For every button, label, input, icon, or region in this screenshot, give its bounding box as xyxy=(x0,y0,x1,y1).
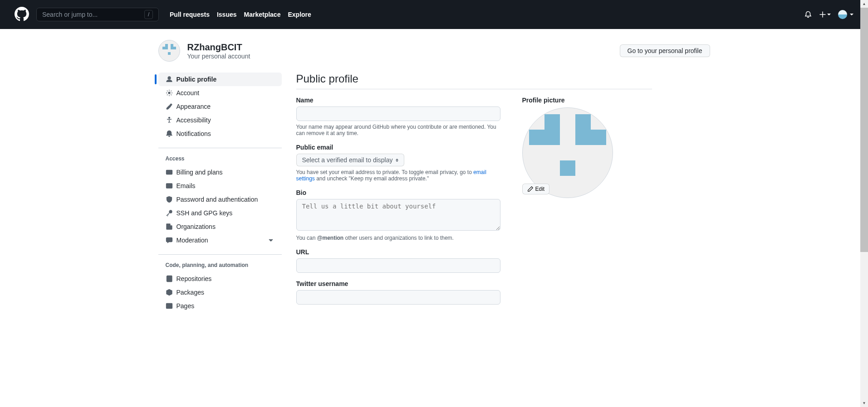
sidebar-item-label: Organizations xyxy=(177,223,216,230)
sidebar-item-emails[interactable]: Emails xyxy=(158,179,282,193)
sidebar-item-label: Account xyxy=(177,89,200,97)
sidebar-item-label: Repositories xyxy=(177,275,212,282)
svg-point-2 xyxy=(168,117,170,119)
search-input[interactable] xyxy=(42,11,144,18)
divider xyxy=(158,148,282,148)
nav-marketplace[interactable]: Marketplace xyxy=(244,11,281,18)
public-email-note: You have set your email address to priva… xyxy=(296,169,500,182)
sidebar-item-ssh-keys[interactable]: SSH and GPG keys xyxy=(158,206,282,220)
avatar-icon xyxy=(838,10,847,19)
scrollbar-up-arrow[interactable]: ▲ xyxy=(860,0,868,8)
profile-picture-label: Profile picture xyxy=(522,97,613,104)
sidebar-item-label: Packages xyxy=(177,289,204,296)
sidebar-item-public-profile[interactable]: Public profile xyxy=(158,73,282,86)
nav-explore[interactable]: Explore xyxy=(288,11,311,18)
shield-icon xyxy=(166,196,173,203)
user-avatar xyxy=(158,40,180,62)
divider xyxy=(158,254,282,255)
sidebar-item-label: Notifications xyxy=(177,130,211,137)
svg-rect-8 xyxy=(170,226,172,229)
sidebar-item-accessibility[interactable]: Accessibility xyxy=(158,113,282,127)
select-value: Select a verified email to display xyxy=(302,156,393,164)
sidebar-item-label: Appearance xyxy=(177,103,211,110)
edit-picture-button[interactable]: Edit xyxy=(522,184,550,194)
scrollbar-thumb[interactable] xyxy=(860,8,868,252)
chevron-down-icon xyxy=(267,237,275,244)
svg-point-16 xyxy=(167,304,167,305)
sidebar-item-password[interactable]: Password and authentication xyxy=(158,193,282,206)
user-info: RZhangBCIT Your personal account xyxy=(158,40,250,62)
public-email-label: Public email xyxy=(296,144,500,151)
sidebar-item-repositories[interactable]: Repositories xyxy=(158,272,282,286)
public-email-select[interactable]: Select a verified email to display xyxy=(296,154,404,166)
name-note: Your name may appear around GitHub where… xyxy=(296,124,500,136)
comment-icon xyxy=(166,237,173,244)
nav-issues[interactable]: Issues xyxy=(217,11,237,18)
account-context-label: Your personal account xyxy=(187,53,250,60)
twitter-input[interactable] xyxy=(296,290,500,305)
accessibility-icon xyxy=(166,116,173,124)
sidebar-group-access: Access xyxy=(158,152,282,165)
package-icon xyxy=(166,289,173,296)
twitter-label: Twitter username xyxy=(296,280,500,287)
svg-point-0 xyxy=(168,77,171,79)
sidebar-item-label: Password and authentication xyxy=(177,196,258,203)
page-title: Public profile xyxy=(296,73,652,89)
pencil-icon xyxy=(527,186,534,192)
gear-icon xyxy=(166,89,173,97)
sidebar-item-label: Billing and plans xyxy=(177,169,223,176)
sidebar-item-label: Accessibility xyxy=(177,116,211,124)
select-caret-icon xyxy=(396,159,398,162)
svg-rect-13 xyxy=(166,238,172,242)
sidebar-item-label: Emails xyxy=(177,182,196,189)
sidebar-item-organizations[interactable]: Organizations xyxy=(158,220,282,233)
organization-icon xyxy=(166,223,173,230)
sidebar-item-appearance[interactable]: Appearance xyxy=(158,100,282,113)
name-label: Name xyxy=(296,97,500,104)
svg-point-1 xyxy=(168,92,170,94)
user-display-name: RZhangBCIT xyxy=(187,42,250,53)
sidebar-item-moderation[interactable]: Moderation xyxy=(158,233,282,247)
name-input[interactable] xyxy=(296,107,500,121)
sidebar-group-code: Code, planning, and automation xyxy=(158,258,282,272)
bell-icon xyxy=(166,130,173,137)
user-menu-dropdown[interactable] xyxy=(838,10,853,19)
sidebar-item-label: Public profile xyxy=(177,76,217,83)
bio-label: Bio xyxy=(296,189,500,196)
go-to-profile-button[interactable]: Go to your personal profile xyxy=(620,44,710,57)
create-new-dropdown[interactable] xyxy=(819,11,831,18)
credit-card-icon xyxy=(166,169,173,176)
sidebar-item-notifications[interactable]: Notifications xyxy=(158,127,282,141)
key-icon xyxy=(166,209,173,217)
url-input[interactable] xyxy=(296,258,500,273)
svg-point-17 xyxy=(167,304,168,305)
repo-icon xyxy=(166,275,173,282)
main-content: Public profile Name Your name may appear… xyxy=(296,73,652,320)
sidebar-item-pages[interactable]: Pages xyxy=(158,299,282,313)
sidebar-item-billing[interactable]: Billing and plans xyxy=(158,165,282,179)
github-logo[interactable] xyxy=(15,7,29,23)
sidebar-item-label: Moderation xyxy=(177,237,208,244)
scrollbar[interactable]: ▲ ▼ xyxy=(860,0,868,331)
sidebar-item-label: SSH and GPG keys xyxy=(177,209,233,217)
paintbrush-icon xyxy=(166,103,173,110)
svg-rect-3 xyxy=(166,170,172,174)
settings-sidebar: Public profile Account Appearance Access… xyxy=(158,73,282,320)
bio-note: You can @mention other users and organiz… xyxy=(296,235,500,241)
person-icon xyxy=(166,76,173,83)
search-box[interactable]: / xyxy=(36,8,159,21)
svg-rect-7 xyxy=(167,224,170,229)
nav-pull-requests[interactable]: Pull requests xyxy=(170,11,210,18)
sidebar-item-label: Pages xyxy=(177,302,195,310)
mail-icon xyxy=(166,182,173,189)
browser-icon xyxy=(166,302,173,310)
search-slash-hint: / xyxy=(144,10,153,19)
url-label: URL xyxy=(296,248,500,256)
notifications-icon[interactable] xyxy=(804,11,812,18)
global-header: / Pull requests Issues Marketplace Explo… xyxy=(0,0,868,29)
bio-textarea[interactable] xyxy=(296,199,500,231)
sidebar-item-account[interactable]: Account xyxy=(158,86,282,100)
sidebar-item-packages[interactable]: Packages xyxy=(158,286,282,299)
